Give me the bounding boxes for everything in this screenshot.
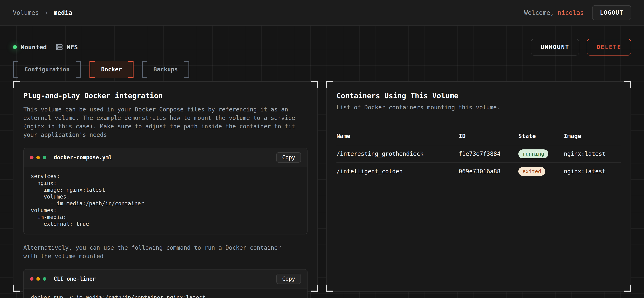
- cli-code-header: CLI one-liner Copy: [24, 270, 307, 289]
- table-row: /interesting_grothendieck f1e73e7f3884 r…: [336, 145, 621, 162]
- table-row: /intelligent_colden 069e73016a88 exited …: [336, 162, 621, 180]
- traffic-amber-icon: [36, 277, 40, 281]
- header-name: Name: [336, 133, 458, 140]
- header-id: ID: [458, 133, 518, 140]
- container-name: /intelligent_colden: [336, 168, 458, 175]
- containers-table-header: Name ID State Image: [336, 129, 621, 145]
- header-image: Image: [564, 133, 621, 140]
- cli-copy-button[interactable]: Copy: [276, 274, 301, 284]
- traffic-lights-icon: [30, 156, 46, 159]
- docker-panel-description: This volume can be used in your Docker C…: [23, 105, 296, 139]
- tab-configuration[interactable]: Configuration: [13, 61, 81, 78]
- breadcrumb-volumes-link[interactable]: Volumes: [13, 9, 39, 16]
- containers-table: Name ID State Image /interesting_grothen…: [336, 129, 621, 180]
- traffic-green-icon: [43, 156, 46, 159]
- panel-corner-icon: [13, 285, 20, 292]
- panel-corner-icon: [311, 285, 318, 292]
- mounted-status: Mounted: [13, 43, 47, 51]
- driver-label: NFS: [66, 43, 78, 51]
- tab-backups[interactable]: Backups: [142, 61, 189, 78]
- container-state: exited: [518, 167, 564, 176]
- traffic-green-icon: [43, 277, 46, 281]
- container-image: nginx:latest: [564, 150, 621, 157]
- cli-code-content: docker run -v im-media:/path/in/containe…: [24, 289, 307, 298]
- traffic-red-icon: [30, 277, 34, 281]
- username: nicolas: [558, 9, 584, 16]
- topbar: Volumes › media Welcome, nicolas LOGOUT: [0, 0, 644, 26]
- welcome-text: Welcome, nicolas: [524, 9, 584, 16]
- header-state: State: [518, 133, 564, 140]
- main-content: Plug-and-play Docker integration This vo…: [13, 81, 631, 292]
- container-state: running: [518, 149, 564, 158]
- compose-code-header: docker-compose.yml Copy: [24, 148, 307, 167]
- server-icon: [56, 43, 63, 51]
- panel-corner-icon: [326, 81, 333, 88]
- docker-panel-title: Plug-and-play Docker integration: [23, 92, 308, 100]
- container-name: /interesting_grothendieck: [336, 150, 458, 157]
- docker-integration-panel: Plug-and-play Docker integration This vo…: [13, 81, 318, 292]
- traffic-amber-icon: [36, 156, 40, 159]
- panel-corner-icon: [624, 285, 631, 292]
- panel-corner-icon: [13, 81, 20, 88]
- cli-code-block: CLI one-liner Copy docker run -v im-medi…: [23, 269, 308, 298]
- topbar-right: Welcome, nicolas LOGOUT: [524, 5, 631, 20]
- status-row: Mounted NFS UNMOUNT DELETE: [13, 39, 631, 55]
- logout-button[interactable]: LOGOUT: [592, 5, 631, 20]
- traffic-lights-icon: [30, 277, 46, 281]
- chevron-right-icon: ›: [44, 9, 48, 16]
- driver-status: NFS: [56, 43, 78, 51]
- containers-panel-subtitle: List of Docker containers mounting this …: [336, 104, 621, 111]
- cli-intro-text: Alternatively, you can use the following…: [23, 244, 296, 261]
- compose-filename: docker-compose.yml: [54, 154, 112, 160]
- status-badge-exited: exited: [518, 167, 545, 176]
- container-id: 069e73016a88: [458, 168, 518, 175]
- tab-bar: Configuration Docker Backups: [13, 61, 631, 78]
- cli-filename: CLI one-liner: [54, 276, 96, 282]
- status-badge-running: running: [518, 149, 548, 158]
- mounted-status-label: Mounted: [21, 43, 47, 51]
- compose-copy-button[interactable]: Copy: [276, 152, 301, 163]
- mounted-status-dot-icon: [13, 45, 17, 49]
- container-id: f1e73e7f3884: [458, 150, 518, 157]
- panel-corner-icon: [624, 81, 631, 88]
- compose-code-content: services: nginx: image: nginx:latest vol…: [24, 167, 307, 234]
- tab-docker[interactable]: Docker: [90, 61, 134, 78]
- containers-panel-title: Containers Using This Volume: [336, 92, 621, 100]
- breadcrumb-current-volume: media: [54, 9, 72, 16]
- compose-code-block: docker-compose.yml Copy services: nginx:…: [23, 148, 308, 234]
- volume-actions: UNMOUNT DELETE: [531, 39, 631, 55]
- welcome-prefix: Welcome,: [524, 9, 558, 16]
- unmount-button[interactable]: UNMOUNT: [531, 39, 579, 55]
- containers-panel: Containers Using This Volume List of Doc…: [326, 81, 631, 292]
- traffic-red-icon: [30, 156, 34, 159]
- container-image: nginx:latest: [564, 168, 621, 175]
- panel-corner-icon: [311, 81, 318, 88]
- breadcrumb: Volumes › media: [13, 9, 72, 16]
- panel-corner-icon: [326, 285, 333, 292]
- volume-status: Mounted NFS: [13, 43, 78, 51]
- delete-button[interactable]: DELETE: [587, 39, 631, 55]
